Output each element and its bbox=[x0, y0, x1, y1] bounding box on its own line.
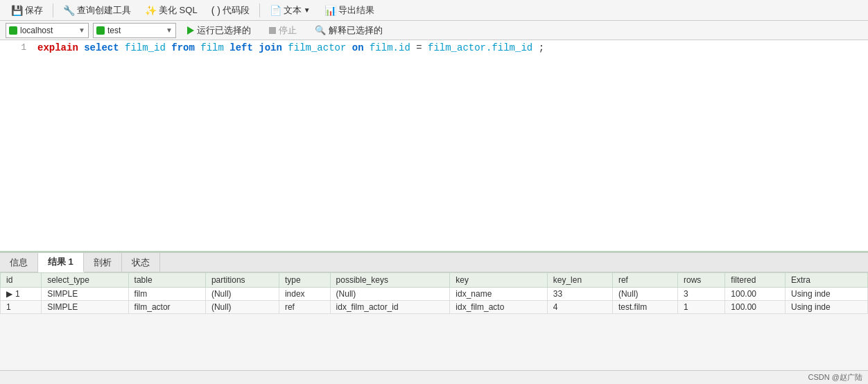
main-wrapper: 💾 保存 🔧 查询创建工具 ✨ 美化 SQL ( ) 代码段 📄 文本 ▼ 📊 … bbox=[0, 0, 868, 384]
cell-partitions: (Null) bbox=[205, 301, 279, 314]
database-select[interactable]: test ▼ bbox=[93, 23, 176, 38]
connection-bar: localhost ▼ test ▼ 运行已选择的 停止 🔍 解释已选择的 bbox=[0, 21, 868, 40]
save-label: 保存 bbox=[25, 4, 43, 17]
cell-extra: Using inde bbox=[785, 301, 867, 314]
semicolon: ; bbox=[539, 42, 544, 53]
table-row[interactable]: ▶1SIMPLEfilm(Null)index(Null)idx_name33(… bbox=[1, 288, 868, 301]
beautify-icon: ✨ bbox=[145, 5, 157, 16]
sql-code: explain select film_id from film left jo… bbox=[37, 40, 544, 55]
export-button[interactable]: 📊 导出结果 bbox=[319, 3, 380, 18]
stop-icon bbox=[269, 27, 276, 34]
database-label: test bbox=[107, 26, 163, 35]
connection-status-dot bbox=[9, 26, 17, 35]
col-header-id: id bbox=[1, 273, 42, 288]
col-header-key-len: key_len bbox=[547, 273, 612, 288]
cell-key: idx_name bbox=[450, 288, 547, 301]
keyword-join: join bbox=[259, 42, 282, 53]
col-header-key: key bbox=[450, 273, 547, 288]
col-header-table: table bbox=[128, 273, 205, 288]
cell-extra: Using inde bbox=[785, 288, 867, 301]
cell-type: index bbox=[279, 288, 330, 301]
stop-button[interactable]: 停止 bbox=[262, 23, 304, 38]
host-dropdown-icon: ▼ bbox=[78, 26, 85, 34]
cell-id: ▶1 bbox=[1, 288, 42, 301]
run-selected-button[interactable]: 运行已选择的 bbox=[180, 23, 258, 38]
results-table: id select_type table partitions type pos… bbox=[0, 272, 868, 314]
results-content: id select_type table partitions type pos… bbox=[0, 272, 868, 370]
results-panel: 信息 结果 1 剖析 状态 id select_type table parti… bbox=[0, 252, 868, 370]
beautify-sql-button[interactable]: ✨ 美化 SQL bbox=[139, 3, 203, 18]
status-bar: CSDN @赵广陆 bbox=[0, 370, 868, 384]
cell-possible-keys: idx_film_actor_id bbox=[330, 301, 450, 314]
col-header-ref: ref bbox=[612, 273, 677, 288]
query-builder-label: 查询创建工具 bbox=[77, 4, 131, 17]
field-film-id: film_id bbox=[125, 42, 166, 53]
table-film: film bbox=[200, 42, 224, 53]
explain-selected-label: 解释已选择的 bbox=[329, 24, 383, 37]
keyword-from: from bbox=[171, 42, 195, 53]
cell-filtered: 100.00 bbox=[725, 301, 785, 314]
text-icon: 📄 bbox=[270, 5, 281, 16]
results-tabs: 信息 结果 1 剖析 状态 bbox=[0, 253, 868, 272]
code-snippet-label: 代码段 bbox=[223, 4, 250, 17]
col-header-extra: Extra bbox=[785, 273, 867, 288]
table-header-row: id select_type table partitions type pos… bbox=[1, 273, 868, 288]
export-icon: 📊 bbox=[324, 5, 336, 16]
tab-result-1-label: 结果 1 bbox=[48, 256, 73, 268]
cell-type: ref bbox=[279, 301, 330, 314]
text-dropdown-icon: ▼ bbox=[304, 6, 311, 14]
db-status-dot bbox=[96, 26, 105, 35]
host-select[interactable]: localhost ▼ bbox=[6, 23, 89, 38]
col-header-rows: rows bbox=[678, 273, 725, 288]
col-header-possible-keys: possible_keys bbox=[330, 273, 450, 288]
cell-ref: test.film bbox=[612, 301, 677, 314]
export-label: 导出结果 bbox=[338, 4, 374, 17]
cell-rows: 3 bbox=[678, 288, 725, 301]
run-selected-label: 运行已选择的 bbox=[197, 24, 251, 37]
tab-profiling-label: 剖析 bbox=[94, 256, 112, 269]
code-icon: ( ) bbox=[211, 5, 220, 16]
cell-rows: 1 bbox=[678, 301, 725, 314]
text-button[interactable]: 📄 文本 ▼ bbox=[264, 3, 316, 18]
tab-status[interactable]: 状态 bbox=[122, 253, 160, 272]
cell-table: film bbox=[128, 288, 205, 301]
code-snippet-button[interactable]: ( ) 代码段 bbox=[206, 3, 255, 18]
cell-partitions: (Null) bbox=[205, 288, 279, 301]
explain-icon: 🔍 bbox=[315, 25, 326, 35]
line-number-1: 1 bbox=[6, 40, 26, 55]
explain-selected-button[interactable]: 🔍 解释已选择的 bbox=[308, 23, 390, 38]
save-icon: 💾 bbox=[11, 5, 23, 16]
tab-profiling[interactable]: 剖析 bbox=[84, 253, 122, 272]
keyword-on: on bbox=[352, 42, 364, 53]
beautify-label: 美化 SQL bbox=[159, 4, 198, 17]
separator-1 bbox=[53, 3, 53, 17]
separator-2 bbox=[259, 3, 260, 17]
query-builder-icon: 🔧 bbox=[63, 5, 75, 16]
table-row[interactable]: 1SIMPLEfilm_actor(Null)refidx_film_actor… bbox=[1, 301, 868, 314]
field-film-actor-film-id: film_actor.film_id bbox=[428, 42, 532, 53]
col-header-partitions: partitions bbox=[205, 273, 279, 288]
cell-possible-keys: (Null) bbox=[330, 288, 450, 301]
tab-info[interactable]: 信息 bbox=[0, 253, 38, 272]
save-button[interactable]: 💾 保存 bbox=[6, 3, 49, 18]
cell-filtered: 100.00 bbox=[725, 288, 785, 301]
table-film-actor: film_actor bbox=[288, 42, 346, 53]
query-builder-button[interactable]: 🔧 查询创建工具 bbox=[58, 3, 137, 18]
field-film-dot-id: film.id bbox=[370, 42, 410, 53]
cell-key: idx_film_acto bbox=[450, 301, 547, 314]
tab-result-1[interactable]: 结果 1 bbox=[38, 253, 84, 272]
col-header-type: type bbox=[279, 273, 330, 288]
cell-id: 1 bbox=[1, 301, 42, 314]
stop-label: 停止 bbox=[279, 24, 297, 37]
tab-info-label: 信息 bbox=[10, 256, 28, 269]
keyword-explain: explain bbox=[37, 42, 78, 53]
cell-select-type: SIMPLE bbox=[42, 301, 128, 314]
db-dropdown-icon: ▼ bbox=[166, 26, 173, 34]
cell-table: film_actor bbox=[128, 301, 205, 314]
text-label: 文本 bbox=[284, 4, 302, 17]
keyword-left: left bbox=[229, 42, 253, 53]
tab-status-label: 状态 bbox=[132, 256, 150, 269]
editor-section[interactable]: 1 explain select film_id from film left … bbox=[0, 40, 868, 252]
status-text: CSDN @赵广陆 bbox=[808, 372, 862, 383]
operator-equals: = bbox=[416, 42, 428, 53]
